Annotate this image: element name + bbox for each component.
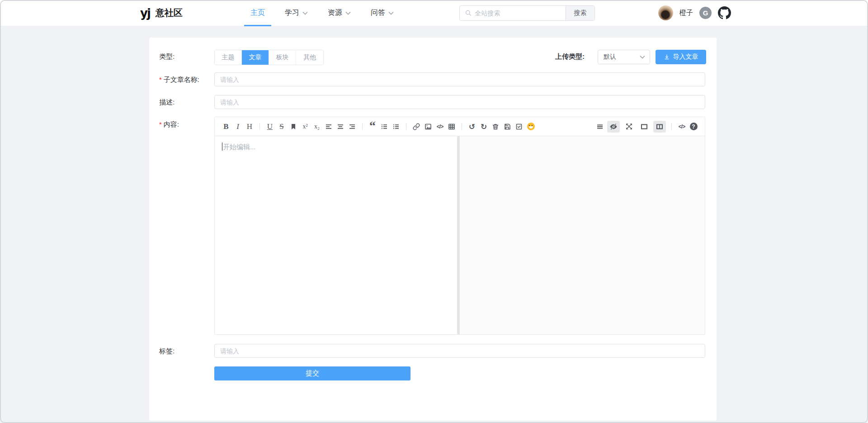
source-code-button[interactable]: </> xyxy=(676,121,687,132)
preview-only-button[interactable] xyxy=(638,121,651,133)
username[interactable]: 橙子 xyxy=(679,9,693,17)
tags-label: 标签: xyxy=(159,347,175,356)
image-button[interactable] xyxy=(423,121,434,132)
text-caret xyxy=(222,143,222,151)
toolbar-separator xyxy=(462,123,462,130)
eye-off-icon xyxy=(609,123,618,131)
help-icon: ? xyxy=(690,123,698,130)
chevron-down-icon xyxy=(388,11,394,15)
upload-type-label: 上传类型: xyxy=(555,52,585,61)
link-button[interactable] xyxy=(411,121,422,132)
import-article-button[interactable]: 导入文章 xyxy=(656,50,706,64)
site-logo-icon: yj xyxy=(140,6,150,20)
submit-button[interactable]: 提交 xyxy=(214,366,410,380)
clear-button[interactable] xyxy=(490,121,501,132)
align-right-button[interactable] xyxy=(347,121,358,132)
align-left-button[interactable] xyxy=(323,121,334,132)
link-icon xyxy=(413,123,420,130)
trash-icon xyxy=(492,123,499,130)
check-square-icon xyxy=(515,123,523,130)
subscript-button[interactable]: x₂ xyxy=(311,121,322,132)
unordered-list-button[interactable] xyxy=(391,121,401,132)
strikethrough-button[interactable]: S xyxy=(276,121,287,132)
toolbar-separator xyxy=(671,123,672,130)
bold-button[interactable]: B xyxy=(221,121,231,132)
nav-item-resources[interactable]: 资源 xyxy=(328,0,351,26)
description-input[interactable] xyxy=(214,95,705,109)
article-name-label: *子文章名称: xyxy=(159,76,199,84)
outline-menu-button[interactable] xyxy=(594,121,605,132)
type-option-article[interactable]: 文章 xyxy=(242,50,269,65)
editor-preview-pane xyxy=(457,136,705,334)
tags-input[interactable] xyxy=(214,344,705,358)
align-right-icon xyxy=(349,123,356,130)
help-button[interactable]: ? xyxy=(688,121,699,132)
required-marker: * xyxy=(159,120,162,128)
nav-item-label: 问答 xyxy=(371,8,385,18)
align-left-icon xyxy=(325,123,332,130)
publish-check-button[interactable] xyxy=(514,121,524,132)
split-columns-icon xyxy=(656,123,663,130)
ordered-list-icon xyxy=(381,123,388,130)
gitee-icon[interactable]: G xyxy=(699,7,712,19)
hide-toolbar-button[interactable] xyxy=(607,121,620,133)
chevron-down-icon xyxy=(345,11,351,15)
type-label: 类型: xyxy=(159,52,175,61)
brand[interactable]: yj 意社区 xyxy=(140,6,183,20)
table-button[interactable] xyxy=(446,121,457,132)
search-input[interactable] xyxy=(475,10,560,17)
ordered-list-button[interactable] xyxy=(379,121,390,132)
article-name-input[interactable] xyxy=(214,72,705,86)
required-marker: * xyxy=(159,76,162,83)
nav-item-label: 主页 xyxy=(250,8,265,18)
nav-item-home[interactable]: 主页 xyxy=(250,0,265,26)
nav-item-qna[interactable]: 问答 xyxy=(371,0,394,26)
main-nav: 主页 学习 资源 问答 xyxy=(250,0,394,26)
emoji-icon xyxy=(527,123,535,130)
table-icon xyxy=(448,123,455,130)
split-view-button[interactable] xyxy=(653,121,666,133)
type-option-board[interactable]: 板块 xyxy=(269,50,296,65)
emoji-button[interactable] xyxy=(525,121,536,132)
chevron-down-icon xyxy=(640,55,645,59)
editor-input-area[interactable]: 开始编辑... xyxy=(215,136,457,334)
bookmark-icon xyxy=(290,123,297,130)
fullscreen-button[interactable] xyxy=(623,121,635,133)
upload-type-select[interactable]: 默认 xyxy=(598,50,650,64)
italic-button[interactable]: I xyxy=(232,121,243,132)
import-article-label: 导入文章 xyxy=(673,53,698,61)
blockquote-button[interactable]: “ xyxy=(367,121,378,132)
upload-type-value: 默认 xyxy=(604,53,640,61)
type-option-topic[interactable]: 主题 xyxy=(215,50,242,65)
download-icon xyxy=(664,54,670,60)
save-button[interactable] xyxy=(502,121,513,132)
avatar[interactable] xyxy=(658,5,673,20)
site-search: 搜索 xyxy=(459,5,595,21)
search-button[interactable]: 搜索 xyxy=(566,6,594,20)
preview-pane-icon xyxy=(641,123,648,130)
save-icon xyxy=(504,123,511,130)
article-form-card: 类型: 主题 文章 板块 其他 上传类型: 默认 导入文章 *子文章名称: 描述… xyxy=(149,38,717,421)
toolbar-separator xyxy=(259,123,260,130)
type-option-other[interactable]: 其他 xyxy=(296,50,323,65)
chevron-down-icon xyxy=(302,11,308,15)
undo-button[interactable]: ↺ xyxy=(467,121,477,132)
description-label: 描述: xyxy=(159,98,175,107)
toolbar-separator xyxy=(406,123,406,130)
bookmark-button[interactable] xyxy=(288,121,299,132)
hamburger-menu-icon xyxy=(596,123,604,130)
underline-button[interactable]: U xyxy=(264,121,275,132)
align-center-button[interactable] xyxy=(335,121,346,132)
nav-item-learn[interactable]: 学习 xyxy=(285,0,308,26)
redo-button[interactable]: ↻ xyxy=(478,121,489,132)
superscript-button[interactable]: x² xyxy=(300,121,311,132)
nav-item-label: 资源 xyxy=(328,8,342,18)
search-field[interactable] xyxy=(460,6,566,20)
toolbar-right-group: </> ? xyxy=(594,121,699,133)
github-icon[interactable] xyxy=(718,6,731,19)
heading-button[interactable]: H xyxy=(244,121,255,132)
code-block-button[interactable]: </> xyxy=(434,121,445,132)
site-title: 意社区 xyxy=(156,7,183,19)
editor-toolbar: B I H U S x² x₂ “ xyxy=(215,117,705,136)
fullscreen-icon xyxy=(625,123,633,130)
